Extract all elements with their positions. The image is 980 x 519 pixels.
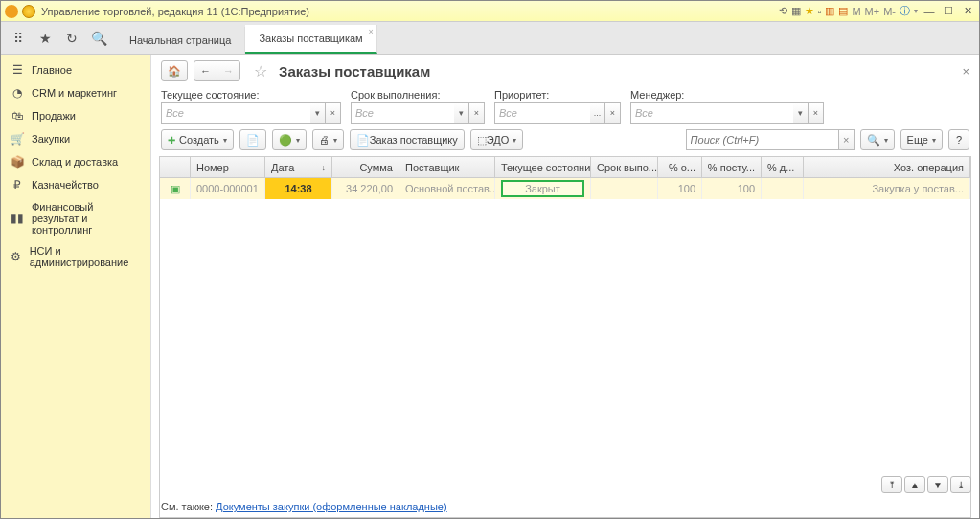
sys-m[interactable]: M [852, 6, 860, 17]
filter-state-clear[interactable]: × [326, 102, 341, 124]
gear-icon: ⚙ [11, 250, 22, 263]
sys-calendar-icon[interactable]: ▤ [838, 5, 848, 17]
col-sum[interactable]: Сумма [332, 157, 399, 177]
sidebar-item-sales[interactable]: 🛍Продажи [1, 104, 150, 127]
tab-close-icon[interactable]: × [368, 27, 373, 36]
col-supplier[interactable]: Поставщик [399, 157, 495, 177]
more-button[interactable]: Еще▾ [900, 129, 943, 150]
filter-due-label: Срок выполнения: [351, 89, 485, 101]
set-status-button[interactable]: 🟢▾ [272, 129, 307, 150]
copy-button[interactable]: 📄 [239, 129, 266, 150]
col-number[interactable]: Номер [191, 157, 265, 177]
filter-manager-input[interactable] [630, 102, 793, 124]
filter-priority-input[interactable] [494, 102, 590, 124]
filter-due-dd[interactable]: ▾ [454, 102, 469, 124]
tab-start-label: Начальная страница [129, 34, 231, 46]
cell-supplier: Основной постав... [399, 178, 495, 199]
table-row[interactable]: ▣ 0000-000001 14:38 34 220,00 Основной п… [160, 178, 970, 199]
filter-state-dd[interactable]: ▾ [310, 102, 326, 124]
sidebar: ☰Главное ◔CRM и маркетинг 🛍Продажи 🛒Заку… [1, 55, 151, 518]
page-first[interactable]: ⤒ [881, 476, 902, 493]
apps-icon[interactable]: ⠿ [11, 31, 26, 46]
window-system-icons: ⟲ ▦ ★ ▫ ▥ ▤ M M+ M- ⓘ ▾ — ☐ ✕ [779, 4, 976, 18]
cell-sum: 34 220,00 [332, 178, 399, 199]
minimize-button[interactable]: — [922, 5, 937, 18]
sys-m-minus[interactable]: M- [883, 6, 896, 17]
forward-button[interactable]: → [217, 60, 240, 81]
search-button[interactable]: 🔍▾ [860, 129, 895, 150]
footer-link[interactable]: Документы закупки (оформленные накладные… [216, 501, 447, 512]
footer-prefix: См. также: [161, 501, 216, 512]
col-date[interactable]: Дата↓ [265, 157, 332, 177]
filter-due-clear[interactable]: × [469, 102, 485, 124]
help-button[interactable]: ? [948, 129, 969, 150]
sort-indicator-icon: ↓ [322, 163, 327, 172]
maximize-button[interactable]: ☐ [941, 5, 956, 18]
cell-ship: 100 [702, 178, 762, 199]
search-icon[interactable]: 🔍 [91, 31, 106, 46]
sys-calc-icon[interactable]: ▥ [825, 5, 834, 17]
cell-due [591, 178, 658, 199]
back-button[interactable]: ← [194, 60, 217, 81]
home-button[interactable]: 🏠 [161, 60, 188, 81]
sidebar-item-main[interactable]: ☰Главное [1, 58, 150, 81]
close-page-button[interactable]: × [962, 64, 969, 79]
filter-manager-clear[interactable]: × [809, 102, 824, 124]
sidebar-item-crm[interactable]: ◔CRM и маркетинг [1, 81, 150, 104]
app-ball-icon [22, 5, 35, 18]
orders-table: Номер Дата↓ Сумма Поставщик Текущее сост… [159, 156, 971, 518]
row-doc-icon: ▣ [160, 178, 191, 199]
sidebar-item-treasury[interactable]: ₽Казначейство [1, 173, 150, 196]
page-favorite-icon[interactable]: ☆ [254, 62, 267, 80]
toolbar: Создать▾ 📄 🟢▾ 🖨▾ Заказ поставщику ⬚ ЭДО▾… [151, 129, 979, 156]
search-clear[interactable]: × [839, 129, 855, 150]
filter-priority-clear[interactable]: × [605, 102, 621, 124]
filter-manager-dd[interactable]: ▾ [793, 102, 809, 124]
create-button[interactable]: Создать▾ [161, 129, 234, 150]
sys-m-plus[interactable]: M+ [865, 6, 880, 17]
order-button[interactable]: Заказ поставщику [350, 129, 465, 150]
sidebar-item-admin[interactable]: ⚙НСИ и администрирование [1, 240, 150, 273]
sys-skin-icon[interactable]: ▫ [818, 6, 822, 17]
sys-info-icon[interactable]: ⓘ [900, 4, 910, 18]
sys-nav-icon[interactable]: ⟲ [779, 5, 787, 17]
cell-state: Закрыт [495, 178, 591, 199]
page-down[interactable]: ▼ [927, 476, 948, 493]
sys-dd-icon[interactable]: ▾ [914, 7, 918, 15]
content-area: 🏠 ← → ☆ Заказы поставщикам × Текущее сос… [151, 55, 979, 518]
pager: ⤒ ▲ ▼ ⤓ [881, 476, 971, 493]
page-last[interactable]: ⤓ [950, 476, 971, 493]
col-state[interactable]: Текущее состояние [495, 157, 591, 177]
sidebar-item-warehouse[interactable]: 📦Склад и доставка [1, 150, 150, 173]
filter-manager-label: Менеджер: [630, 89, 824, 101]
filter-due-input[interactable] [351, 102, 454, 124]
search-input[interactable] [686, 129, 839, 150]
col-pay[interactable]: % о... [658, 157, 702, 177]
col-due[interactable]: Срок выпо... [591, 157, 658, 177]
window-title: Управление торговлей, редакция 11 (1С:Пр… [41, 6, 779, 17]
tab-start-page[interactable]: Начальная страница [116, 27, 245, 54]
page-title: Заказы поставщикам [279, 63, 430, 79]
col-debt[interactable]: % д... [762, 157, 804, 177]
coin-icon: ₽ [11, 178, 24, 192]
filter-priority-dd[interactable]: ... [590, 102, 605, 124]
bag-icon: 🛍 [11, 109, 24, 123]
close-button[interactable]: ✕ [960, 5, 975, 18]
sys-star-icon[interactable]: ★ [805, 5, 814, 17]
box-icon: 📦 [11, 155, 24, 169]
col-operation[interactable]: Хоз. операция [804, 157, 970, 177]
tab-supplier-orders[interactable]: Заказы поставщикам × [245, 25, 376, 54]
filter-state-input[interactable] [161, 102, 310, 124]
cell-operation: Закупка у постав... [804, 178, 970, 199]
sys-grid-icon[interactable]: ▦ [791, 5, 801, 17]
sidebar-item-finance[interactable]: ▮▮Финансовый результат и контроллинг [1, 196, 150, 240]
page-up[interactable]: ▲ [904, 476, 925, 493]
sidebar-item-purchases[interactable]: 🛒Закупки [1, 127, 150, 150]
edo-button[interactable]: ⬚ ЭДО▾ [470, 129, 524, 150]
col-icon[interactable] [160, 157, 191, 177]
col-ship[interactable]: % посту... [702, 157, 762, 177]
history-icon[interactable]: ↻ [64, 31, 80, 46]
print-button[interactable]: 🖨▾ [312, 129, 344, 150]
favorite-icon[interactable]: ★ [37, 31, 53, 46]
filter-state-label: Текущее состояние: [161, 89, 341, 101]
